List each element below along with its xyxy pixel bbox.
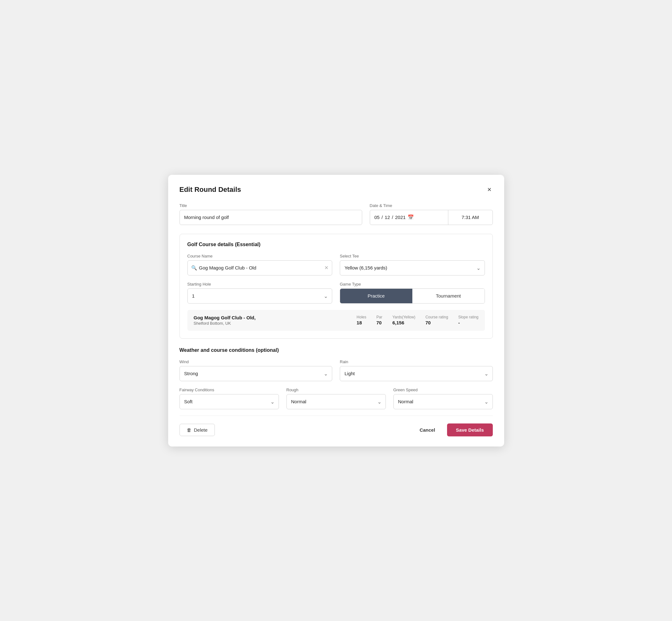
save-button[interactable]: Save Details [447, 423, 493, 437]
footer-row: 🗑 Delete Cancel Save Details [179, 416, 493, 437]
holes-stat: Holes 18 [356, 315, 366, 325]
close-button[interactable]: × [486, 185, 493, 194]
rain-label: Rain [340, 360, 493, 364]
modal-title: Edit Round Details [179, 185, 241, 194]
time-value: 7:31 AM [462, 215, 479, 220]
par-label: Par [376, 315, 382, 319]
green-speed-wrapper: Slow Normal Fast Very Fast ⌄ [393, 394, 493, 409]
top-row: Title Date & Time 05 / 12 / 2021 📅 7:31 … [179, 203, 493, 225]
rough-dropdown[interactable]: Short Normal Long Very Long [287, 394, 386, 409]
rain-group: Rain None Light Moderate Heavy ⌄ [340, 360, 493, 381]
course-info-row: Gog Magog Golf Club - Old, Shelford Bott… [187, 310, 485, 331]
course-name-label: Course Name [187, 254, 333, 258]
title-field-group: Title [179, 203, 362, 225]
footer-right: Cancel Save Details [414, 423, 493, 437]
game-type-label: Game Type [340, 282, 485, 287]
modal-header: Edit Round Details × [179, 185, 493, 194]
course-info-name: Gog Magog Golf Club - Old, [194, 315, 357, 320]
weather-section: Weather and course conditions (optional)… [179, 347, 493, 409]
course-rating-stat: Course rating 70 [425, 315, 448, 325]
date-time-field-group: Date & Time 05 / 12 / 2021 📅 7:31 AM [370, 203, 493, 225]
title-input[interactable] [179, 210, 362, 225]
date-month: 05 [375, 215, 380, 220]
yards-value: 6,156 [392, 320, 405, 325]
title-label: Title [179, 203, 362, 208]
rough-label: Rough [287, 387, 386, 392]
delete-label: Delete [194, 427, 208, 432]
rain-wrapper: None Light Moderate Heavy ⌄ [340, 366, 493, 381]
starting-hole-dropdown[interactable]: 1 [187, 288, 333, 303]
fairway-wrapper: Soft Normal Hard Very Hard ⌄ [179, 394, 279, 409]
calendar-icon: 📅 [408, 214, 414, 220]
time-part[interactable]: 7:31 AM [448, 210, 493, 225]
wind-label: Wind [179, 360, 333, 364]
search-icon: 🔍 [191, 265, 197, 271]
select-tee-wrapper: Yellow (6,156 yards) ⌄ [340, 260, 485, 276]
green-speed-dropdown[interactable]: Slow Normal Fast Very Fast [393, 394, 493, 409]
rain-dropdown[interactable]: None Light Moderate Heavy [340, 366, 493, 381]
golf-course-section: Golf Course details (Essential) Course N… [179, 234, 493, 339]
select-tee-group: Select Tee Yellow (6,156 yards) ⌄ [340, 254, 485, 276]
slope-rating-label: Slope rating [458, 315, 478, 319]
game-type-toggle: Practice Tournament [340, 288, 485, 303]
date-sep2: / [392, 215, 393, 220]
course-name-input[interactable] [187, 260, 333, 276]
cancel-button[interactable]: Cancel [414, 424, 441, 436]
holes-value: 18 [356, 320, 362, 325]
fairway-label: Fairway Conditions [179, 387, 279, 392]
date-time-label: Date & Time [370, 203, 493, 208]
select-tee-label: Select Tee [340, 254, 485, 258]
fairway-dropdown[interactable]: Soft Normal Hard Very Hard [179, 394, 279, 409]
course-info-name-block: Gog Magog Golf Club - Old, Shelford Bott… [194, 315, 357, 326]
golf-course-title: Golf Course details (Essential) [187, 242, 485, 247]
practice-toggle-button[interactable]: Practice [340, 289, 412, 303]
yards-stat: Yards(Yellow) 6,156 [392, 315, 416, 325]
hole-gametype-row: Starting Hole 1 ⌄ Game Type Practice Tou… [187, 282, 485, 303]
conditions-row: Fairway Conditions Soft Normal Hard Very… [179, 387, 493, 409]
holes-label: Holes [356, 315, 366, 319]
date-year: 2021 [395, 215, 406, 220]
course-tee-row: Course Name 🔍 ✕ Select Tee Yellow (6,156… [187, 254, 485, 276]
starting-hole-group: Starting Hole 1 ⌄ [187, 282, 333, 303]
starting-hole-wrapper: 1 ⌄ [187, 288, 333, 303]
par-stat: Par 70 [376, 315, 382, 325]
wind-rain-row: Wind Calm Light Moderate Strong Very Str… [179, 360, 493, 381]
course-rating-label: Course rating [425, 315, 448, 319]
rough-group: Rough Short Normal Long Very Long ⌄ [287, 387, 386, 409]
course-info-location: Shelford Bottom, UK [194, 321, 357, 326]
tournament-toggle-button[interactable]: Tournament [412, 289, 485, 303]
date-time-inner: 05 / 12 / 2021 📅 7:31 AM [370, 210, 493, 225]
select-tee-dropdown[interactable]: Yellow (6,156 yards) [340, 260, 485, 276]
course-search-wrap: 🔍 ✕ [187, 260, 333, 276]
wind-dropdown[interactable]: Calm Light Moderate Strong Very Strong [179, 366, 333, 381]
date-day: 12 [385, 215, 390, 220]
weather-section-title: Weather and course conditions (optional) [179, 347, 493, 353]
game-type-group: Game Type Practice Tournament [340, 282, 485, 303]
course-stats: Holes 18 Par 70 Yards(Yellow) 6,156 Cour… [356, 315, 478, 325]
date-part[interactable]: 05 / 12 / 2021 📅 [370, 210, 448, 225]
slope-rating-value: - [458, 320, 460, 325]
slope-rating-stat: Slope rating - [458, 315, 478, 325]
date-sep1: / [381, 215, 383, 220]
course-rating-value: 70 [425, 320, 431, 325]
clear-icon[interactable]: ✕ [324, 265, 328, 271]
wind-wrapper: Calm Light Moderate Strong Very Strong ⌄ [179, 366, 333, 381]
rough-wrapper: Short Normal Long Very Long ⌄ [287, 394, 386, 409]
green-speed-group: Green Speed Slow Normal Fast Very Fast ⌄ [393, 387, 493, 409]
wind-group: Wind Calm Light Moderate Strong Very Str… [179, 360, 333, 381]
edit-round-modal: Edit Round Details × Title Date & Time 0… [168, 175, 504, 447]
par-value: 70 [376, 320, 382, 325]
yards-label: Yards(Yellow) [392, 315, 416, 319]
trash-icon: 🗑 [187, 427, 192, 432]
course-name-group: Course Name 🔍 ✕ [187, 254, 333, 276]
starting-hole-label: Starting Hole [187, 282, 333, 287]
green-speed-label: Green Speed [393, 387, 493, 392]
delete-button[interactable]: 🗑 Delete [179, 424, 215, 436]
fairway-group: Fairway Conditions Soft Normal Hard Very… [179, 387, 279, 409]
